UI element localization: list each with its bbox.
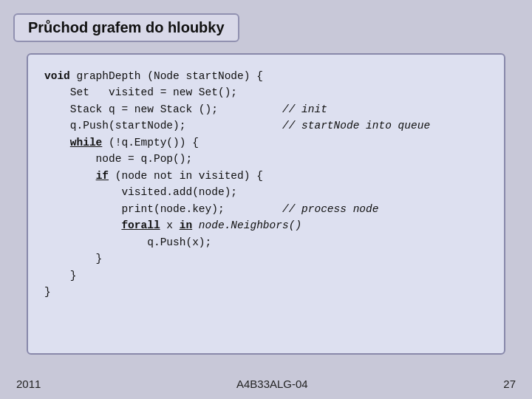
keyword-in: in <box>180 219 192 231</box>
slide: Průchod grafem do hloubky void graphDept… <box>0 0 532 399</box>
code-content: void graphDepth (Node startNode) { Set v… <box>44 68 488 301</box>
comment-startnode: // startNode into queue <box>282 120 430 132</box>
keyword-while: while <box>70 137 103 149</box>
footer-page: 27 <box>503 378 516 390</box>
neighbors-call: node.Neighbors() <box>199 219 301 231</box>
keyword-void: void <box>44 70 70 82</box>
footer: 2011 A4B33ALG-04 27 <box>0 378 532 390</box>
keyword-if: if <box>96 170 109 182</box>
footer-year: 2011 <box>16 378 41 390</box>
footer-course: A4B33ALG-04 <box>236 378 308 390</box>
keyword-forall: forall <box>121 219 160 231</box>
comment-init: // init <box>282 103 327 115</box>
code-box: void graphDepth (Node startNode) { Set v… <box>27 53 505 355</box>
slide-title: Průchod grafem do hloubky <box>28 19 225 35</box>
title-bar: Průchod grafem do hloubky <box>13 13 239 42</box>
comment-process: // process node <box>282 203 379 215</box>
